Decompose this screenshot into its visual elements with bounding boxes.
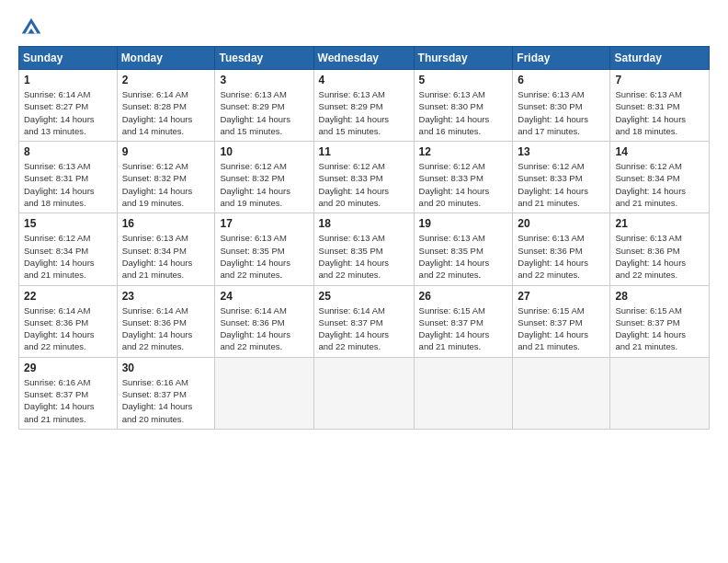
calendar-cell: 14Sunrise: 6:12 AM Sunset: 8:34 PM Dayli… [610, 142, 710, 213]
calendar-cell: 25Sunrise: 6:14 AM Sunset: 8:37 PM Dayli… [313, 285, 414, 357]
calendar-cell: 23Sunrise: 6:14 AM Sunset: 8:36 PM Dayli… [117, 285, 215, 357]
weekday-header-sunday: Sunday [19, 47, 118, 70]
calendar-week-4: 22Sunrise: 6:14 AM Sunset: 8:36 PM Dayli… [19, 285, 710, 357]
calendar-page: SundayMondayTuesdayWednesdayThursdayFrid… [0, 0, 728, 563]
day-number: 18 [319, 217, 409, 230]
calendar-cell: 11Sunrise: 6:12 AM Sunset: 8:33 PM Dayli… [313, 142, 414, 213]
calendar-cell: 26Sunrise: 6:15 AM Sunset: 8:37 PM Dayli… [414, 285, 513, 357]
logo [18, 15, 48, 40]
day-number: 9 [122, 145, 210, 158]
header [18, 15, 710, 40]
calendar-cell [215, 357, 313, 429]
day-info: Sunrise: 6:14 AM Sunset: 8:28 PM Dayligh… [122, 88, 210, 137]
day-info: Sunrise: 6:14 AM Sunset: 8:36 PM Dayligh… [24, 304, 112, 353]
day-number: 10 [220, 145, 308, 158]
day-info: Sunrise: 6:13 AM Sunset: 8:35 PM Dayligh… [419, 232, 508, 281]
day-number: 8 [24, 145, 112, 158]
calendar-week-5: 29Sunrise: 6:16 AM Sunset: 8:37 PM Dayli… [19, 357, 710, 429]
day-info: Sunrise: 6:12 AM Sunset: 8:33 PM Dayligh… [419, 160, 508, 209]
day-number: 22 [24, 290, 112, 303]
day-info: Sunrise: 6:16 AM Sunset: 8:37 PM Dayligh… [122, 376, 210, 425]
day-info: Sunrise: 6:13 AM Sunset: 8:30 PM Dayligh… [419, 88, 508, 137]
calendar-cell: 18Sunrise: 6:13 AM Sunset: 8:35 PM Dayli… [313, 213, 414, 285]
day-info: Sunrise: 6:15 AM Sunset: 8:37 PM Dayligh… [518, 304, 605, 353]
day-number: 11 [319, 145, 409, 158]
weekday-header-row: SundayMondayTuesdayWednesdayThursdayFrid… [19, 47, 710, 70]
day-info: Sunrise: 6:13 AM Sunset: 8:34 PM Dayligh… [122, 232, 210, 281]
day-number: 14 [615, 145, 704, 158]
day-info: Sunrise: 6:12 AM Sunset: 8:33 PM Dayligh… [518, 160, 605, 209]
calendar-cell: 9Sunrise: 6:12 AM Sunset: 8:32 PM Daylig… [117, 142, 215, 213]
calendar-cell: 17Sunrise: 6:13 AM Sunset: 8:35 PM Dayli… [215, 213, 313, 285]
day-info: Sunrise: 6:13 AM Sunset: 8:36 PM Dayligh… [615, 232, 704, 281]
day-info: Sunrise: 6:13 AM Sunset: 8:31 PM Dayligh… [615, 88, 704, 137]
day-info: Sunrise: 6:14 AM Sunset: 8:36 PM Dayligh… [220, 304, 308, 353]
calendar-cell: 6Sunrise: 6:13 AM Sunset: 8:30 PM Daylig… [513, 70, 610, 142]
day-number: 15 [24, 217, 112, 230]
calendar-cell: 8Sunrise: 6:13 AM Sunset: 8:31 PM Daylig… [19, 142, 118, 213]
day-number: 13 [518, 145, 605, 158]
calendar-cell: 20Sunrise: 6:13 AM Sunset: 8:36 PM Dayli… [513, 213, 610, 285]
calendar-cell: 10Sunrise: 6:12 AM Sunset: 8:32 PM Dayli… [215, 142, 313, 213]
day-info: Sunrise: 6:16 AM Sunset: 8:37 PM Dayligh… [24, 376, 112, 425]
calendar-week-2: 8Sunrise: 6:13 AM Sunset: 8:31 PM Daylig… [19, 142, 710, 213]
calendar-cell: 21Sunrise: 6:13 AM Sunset: 8:36 PM Dayli… [610, 213, 710, 285]
day-number: 7 [615, 74, 704, 86]
calendar-cell: 22Sunrise: 6:14 AM Sunset: 8:36 PM Dayli… [19, 285, 118, 357]
day-number: 28 [615, 290, 704, 303]
day-number: 2 [122, 74, 210, 86]
day-number: 1 [24, 74, 112, 86]
day-number: 23 [122, 290, 210, 303]
calendar-cell: 1Sunrise: 6:14 AM Sunset: 8:27 PM Daylig… [19, 70, 118, 142]
day-number: 25 [319, 290, 409, 303]
calendar-cell: 24Sunrise: 6:14 AM Sunset: 8:36 PM Dayli… [215, 285, 313, 357]
calendar-cell [414, 357, 513, 429]
day-info: Sunrise: 6:12 AM Sunset: 8:32 PM Dayligh… [122, 160, 210, 209]
day-info: Sunrise: 6:12 AM Sunset: 8:34 PM Dayligh… [615, 160, 704, 209]
day-number: 6 [518, 74, 605, 86]
day-info: Sunrise: 6:13 AM Sunset: 8:35 PM Dayligh… [220, 232, 308, 281]
day-number: 19 [419, 217, 508, 230]
weekday-header-thursday: Thursday [414, 47, 513, 70]
day-info: Sunrise: 6:14 AM Sunset: 8:36 PM Dayligh… [122, 304, 210, 353]
calendar-cell [610, 357, 710, 429]
day-number: 21 [615, 217, 704, 230]
day-info: Sunrise: 6:15 AM Sunset: 8:37 PM Dayligh… [615, 304, 704, 353]
day-info: Sunrise: 6:13 AM Sunset: 8:29 PM Dayligh… [220, 88, 308, 137]
calendar-cell: 19Sunrise: 6:13 AM Sunset: 8:35 PM Dayli… [414, 213, 513, 285]
calendar-cell: 28Sunrise: 6:15 AM Sunset: 8:37 PM Dayli… [610, 285, 710, 357]
calendar-week-3: 15Sunrise: 6:12 AM Sunset: 8:34 PM Dayli… [19, 213, 710, 285]
calendar-cell: 27Sunrise: 6:15 AM Sunset: 8:37 PM Dayli… [513, 285, 610, 357]
day-info: Sunrise: 6:12 AM Sunset: 8:34 PM Dayligh… [24, 232, 112, 281]
day-info: Sunrise: 6:13 AM Sunset: 8:30 PM Dayligh… [518, 88, 605, 137]
day-info: Sunrise: 6:14 AM Sunset: 8:27 PM Dayligh… [24, 88, 112, 137]
day-number: 27 [518, 290, 605, 303]
day-info: Sunrise: 6:14 AM Sunset: 8:37 PM Dayligh… [319, 304, 409, 353]
day-info: Sunrise: 6:15 AM Sunset: 8:37 PM Dayligh… [419, 304, 508, 353]
day-number: 4 [319, 74, 409, 86]
day-number: 5 [419, 74, 508, 86]
day-info: Sunrise: 6:13 AM Sunset: 8:36 PM Dayligh… [518, 232, 605, 281]
day-number: 12 [419, 145, 508, 158]
day-number: 26 [419, 290, 508, 303]
weekday-header-saturday: Saturday [610, 47, 710, 70]
day-number: 29 [24, 362, 112, 374]
weekday-header-monday: Monday [117, 47, 215, 70]
day-info: Sunrise: 6:13 AM Sunset: 8:29 PM Dayligh… [319, 88, 409, 137]
logo-icon [18, 15, 44, 40]
calendar-cell [513, 357, 610, 429]
day-number: 24 [220, 290, 308, 303]
day-number: 17 [220, 217, 308, 230]
calendar-cell: 12Sunrise: 6:12 AM Sunset: 8:33 PM Dayli… [414, 142, 513, 213]
day-info: Sunrise: 6:13 AM Sunset: 8:35 PM Dayligh… [319, 232, 409, 281]
calendar-cell: 7Sunrise: 6:13 AM Sunset: 8:31 PM Daylig… [610, 70, 710, 142]
day-info: Sunrise: 6:13 AM Sunset: 8:31 PM Dayligh… [24, 160, 112, 209]
weekday-header-tuesday: Tuesday [215, 47, 313, 70]
calendar-table: SundayMondayTuesdayWednesdayThursdayFrid… [18, 46, 710, 430]
calendar-cell: 13Sunrise: 6:12 AM Sunset: 8:33 PM Dayli… [513, 142, 610, 213]
day-number: 16 [122, 217, 210, 230]
calendar-cell: 16Sunrise: 6:13 AM Sunset: 8:34 PM Dayli… [117, 213, 215, 285]
day-number: 3 [220, 74, 308, 86]
calendar-cell: 29Sunrise: 6:16 AM Sunset: 8:37 PM Dayli… [19, 357, 118, 429]
weekday-header-wednesday: Wednesday [313, 47, 414, 70]
